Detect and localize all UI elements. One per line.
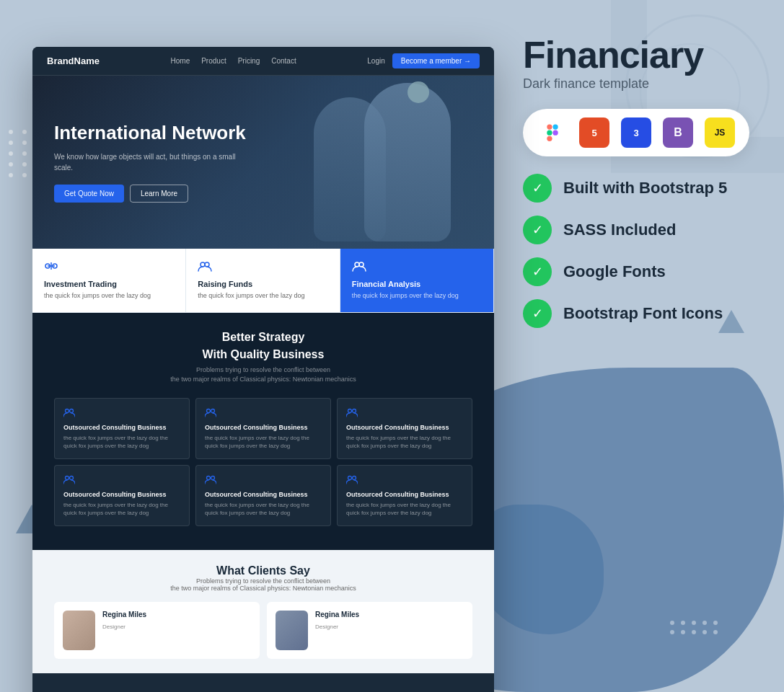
testimonial-1-info: Regina Miles Designer [315, 611, 359, 631]
section-header: Better Strategy With Quality Business Pr… [54, 331, 472, 385]
navbar-links: Home Product Pricing Contact [171, 57, 296, 65]
investment-icon [44, 260, 174, 275]
feature-card-1[interactable]: Raising Funds the quick fox jumps over t… [186, 249, 340, 313]
service-card-0-title: Outsourced Consulting Business [63, 424, 180, 431]
svg-rect-23 [547, 136, 552, 141]
testimonial-0-role: Designer [102, 624, 125, 630]
hero-subtitle: We know how large objects will act, but … [54, 151, 256, 173]
nav-product[interactable]: Product [201, 57, 226, 65]
javascript-badge: JS [705, 117, 735, 148]
service-icon-3 [63, 474, 180, 487]
feature-card-0-text: the quick fox jumps over the lazy dog [44, 291, 174, 301]
feature-item-2: ✓ Google Fonts [523, 257, 759, 286]
feature-card-0-title: Investment Trading [44, 280, 174, 288]
product-title: Financiary [523, 36, 759, 74]
service-card-0-text: the quick fox jumps over the lazy dog th… [63, 434, 180, 450]
bootstrap-badge: B [663, 117, 693, 148]
svg-point-7 [359, 262, 364, 267]
service-card-5[interactable]: Outsourced Consulting Business the quick… [337, 465, 472, 526]
svg-point-18 [348, 476, 352, 479]
strategy-section: Better Strategy With Quality Business Pr… [32, 313, 494, 551]
svg-point-17 [211, 476, 215, 479]
testimonial-1-role: Designer [315, 624, 338, 630]
feature-card-2[interactable]: Financial Analysis the quick fox jumps o… [340, 249, 494, 313]
financial-icon [352, 260, 482, 275]
feature-card-2-title: Financial Analysis [352, 280, 482, 288]
svg-point-19 [353, 476, 356, 479]
nav-login[interactable]: Login [367, 57, 384, 65]
check-icon-3: ✓ [532, 307, 543, 320]
testimonial-0-info: Regina Miles Designer [102, 611, 146, 631]
service-card-1-text: the quick fox jumps over the lazy dog th… [205, 434, 322, 450]
service-card-1-title: Outsourced Consulting Business [205, 424, 322, 431]
svg-point-11 [211, 409, 215, 412]
service-card-5-text: the quick fox jumps over the lazy dog th… [346, 501, 463, 517]
get-quote-button[interactable]: Get Quote Now [54, 185, 124, 203]
tech-badges-row: 5 3 B JS [523, 109, 749, 156]
raising-funds-icon [198, 260, 327, 275]
testimonials-desc: Problems trying to resolve the conflict … [54, 577, 472, 592]
svg-point-16 [207, 476, 211, 479]
service-card-3[interactable]: Outsourced Consulting Business the quick… [54, 465, 190, 526]
navbar-actions: Login Become a member → [367, 53, 480, 68]
product-info-panel: Financiary Dark finance template 5 3 B [494, 0, 784, 692]
testimonials-title: What Clients Say [54, 564, 472, 577]
learn-more-button[interactable]: Learn More [130, 185, 188, 203]
check-circle-0: ✓ [523, 174, 552, 203]
svg-point-9 [70, 409, 74, 412]
service-card-3-text: the quick fox jumps over the lazy dog th… [63, 501, 180, 517]
hero-figures [242, 76, 494, 249]
feature-card-0[interactable]: Investment Trading the quick fox jumps o… [32, 249, 186, 313]
svg-rect-20 [547, 124, 552, 129]
section-title-1: Better Strategy [54, 331, 472, 344]
check-icon-2: ✓ [532, 265, 543, 278]
service-card-4-text: the quick fox jumps over the lazy dog th… [205, 501, 322, 517]
svg-point-5 [205, 262, 209, 267]
service-card-2[interactable]: Outsourced Consulting Business the quick… [337, 398, 472, 459]
service-icon-4 [205, 474, 322, 487]
testimonial-0-name: Regina Miles [102, 611, 146, 618]
svg-point-6 [355, 262, 359, 267]
service-card-5-title: Outsourced Consulting Business [346, 491, 463, 498]
feature-label-0: Built with Bootstrap 5 [563, 179, 727, 198]
avatar-0 [63, 611, 95, 650]
nav-contact[interactable]: Contact [271, 57, 296, 65]
service-card-4-title: Outsourced Consulting Business [205, 491, 322, 498]
nav-home[interactable]: Home [171, 57, 190, 65]
avatar-1 [276, 611, 308, 650]
check-icon-0: ✓ [532, 182, 543, 195]
nav-pricing[interactable]: Pricing [238, 57, 260, 65]
headset-head [408, 81, 429, 103]
feature-label-3: Bootstrap Font Icons [563, 304, 723, 323]
svg-point-12 [348, 409, 352, 412]
service-grid-row1: Outsourced Consulting Business the quick… [54, 398, 472, 459]
service-card-1[interactable]: Outsourced Consulting Business the quick… [195, 398, 331, 459]
svg-point-14 [66, 476, 69, 479]
product-subtitle: Dark finance template [523, 76, 759, 92]
svg-point-10 [207, 409, 211, 412]
figma-badge [537, 117, 568, 148]
svg-rect-21 [552, 124, 558, 129]
check-circle-2: ✓ [523, 257, 552, 286]
html5-badge: 5 [579, 117, 609, 148]
testimonial-1-name: Regina Miles [315, 611, 359, 618]
nav-cta-button[interactable]: Become a member → [392, 53, 480, 68]
svg-point-8 [66, 409, 69, 412]
service-card-4[interactable]: Outsourced Consulting Business the quick… [195, 465, 331, 526]
section-title-2: With Quality Business [54, 348, 472, 361]
feature-item-3: ✓ Bootstrap Font Icons [523, 299, 759, 328]
hero-section: International Network We know how large … [32, 76, 494, 249]
testimonials-section: What Clients Say Problems trying to reso… [32, 550, 494, 673]
testimonial-1: Regina Miles Designer [267, 602, 472, 659]
feature-card-1-text: the quick fox jumps over the lazy dog [198, 291, 327, 301]
svg-point-15 [70, 476, 74, 479]
service-card-2-title: Outsourced Consulting Business [346, 424, 463, 431]
service-card-0[interactable]: Outsourced Consulting Business the quick… [54, 398, 190, 459]
testimonials-header: What Clients Say Problems trying to reso… [54, 564, 472, 592]
feature-card-1-title: Raising Funds [198, 280, 327, 288]
navbar: BrandName Home Product Pricing Contact L… [32, 47, 494, 76]
feature-label-1: SASS Included [563, 221, 676, 239]
service-icon-5 [346, 474, 463, 487]
hero-content: International Network We know how large … [54, 122, 256, 203]
hero-figure-1 [364, 83, 451, 241]
